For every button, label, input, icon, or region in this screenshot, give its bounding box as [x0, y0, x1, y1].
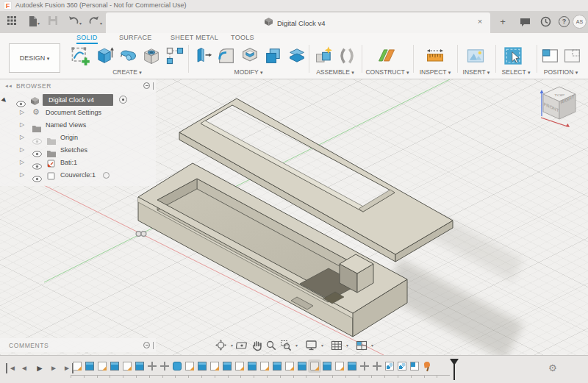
split-body-icon[interactable] [287, 46, 307, 66]
select-tool-icon[interactable] [503, 46, 523, 66]
timeline-playhead[interactable] [450, 359, 460, 381]
timeline-step-back-button[interactable]: ◄ [21, 363, 28, 373]
tab-solid[interactable]: SOLID [76, 34, 98, 44]
timeline-feature-extrude[interactable] [298, 362, 306, 371]
tab-close-icon[interactable]: × [475, 17, 485, 26]
capture-position-icon[interactable] [540, 46, 561, 66]
inspect-group-label[interactable]: INSPECT ▾ [413, 68, 457, 76]
expand-closed-icon[interactable]: ▷ [20, 146, 24, 153]
timeline-feature-extrude[interactable] [273, 362, 282, 371]
timeline-feature-sketch[interactable] [310, 362, 319, 371]
save-icon[interactable] [46, 15, 60, 29]
timeline-track[interactable] [71, 375, 450, 378]
browser-item-couvercle[interactable]: ▷ Couvercle:1 [0, 169, 156, 182]
display-settings-icon[interactable] [305, 340, 318, 351]
revolve-icon[interactable] [118, 46, 138, 66]
timeline-feature-move[interactable] [373, 362, 381, 371]
user-avatar[interactable]: AS [573, 15, 587, 29]
modify-group-label[interactable]: MODIFY ▾ [188, 68, 309, 76]
timeline-feature-extrude[interactable] [248, 362, 257, 371]
timeline-feature-move[interactable] [360, 362, 369, 371]
tab-surface[interactable]: SURFACE [119, 34, 152, 43]
timeline-feature-sketch[interactable] [335, 362, 344, 371]
timeline-feature-sketch[interactable] [98, 362, 107, 371]
timeline-settings-gear-icon[interactable]: ⚙ [548, 362, 557, 373]
zoom-window-caret-icon[interactable]: ▾ [295, 343, 298, 348]
timeline-feature-extrude[interactable] [348, 362, 356, 371]
browser-item-document-settings[interactable]: ▷ ⚙ Document Settings [0, 107, 156, 119]
fillet-icon[interactable] [216, 46, 237, 66]
timeline-play-button[interactable]: ► [35, 363, 44, 373]
document-tab[interactable]: Digital Clock v4 × [106, 12, 490, 33]
viewports-icon[interactable] [356, 340, 368, 351]
timeline-feature-sketch[interactable] [260, 362, 269, 371]
timeline-feature-sketch[interactable] [73, 362, 82, 371]
look-at-icon[interactable] [236, 340, 248, 351]
timeline-step-forward-button[interactable]: ► [50, 363, 57, 373]
construct-plane-icon[interactable] [376, 46, 397, 66]
revert-position-icon[interactable] [562, 46, 583, 66]
select-group-label[interactable]: SELECT ▾ [495, 68, 537, 76]
insert-group-label[interactable]: INSERT ▾ [457, 68, 495, 76]
grid-caret-icon[interactable]: ▾ [346, 343, 348, 348]
panel-resize-grip[interactable] [153, 82, 154, 90]
tab-sheet-metal[interactable]: SHEET METAL [171, 34, 218, 43]
timeline-go-to-start-button[interactable]: ◄ [6, 363, 16, 373]
timeline-feature-extrude[interactable] [110, 362, 119, 371]
origin-marker[interactable] [136, 232, 146, 237]
browser-root-row[interactable]: ▶ Digital Clock v4 [0, 94, 156, 107]
combine-icon[interactable] [263, 46, 284, 66]
browser-root-selected[interactable]: Digital Clock v4 [43, 94, 113, 106]
timeline-feature-extrude[interactable] [223, 362, 232, 371]
browser-item-bati[interactable]: ▷ Bati:1 [0, 157, 156, 169]
browser-header[interactable]: ◄◄ BROWSER [0, 79, 156, 92]
new-tab-button[interactable]: + [497, 16, 509, 27]
app-grid-icon[interactable] [4, 15, 19, 29]
timeline-feature-combine[interactable] [173, 362, 182, 371]
timeline-feature-sketch[interactable] [235, 362, 244, 371]
timeline-feature-extrude[interactable] [323, 362, 331, 371]
job-status-clock-icon[interactable] [538, 16, 553, 29]
hole-icon[interactable] [141, 46, 162, 66]
new-component-icon[interactable] [314, 46, 334, 66]
undo-caret-icon[interactable]: ▾ [79, 21, 82, 26]
comments-bubble-icon[interactable] [517, 17, 532, 30]
design-menu-button[interactable]: DESIGN ▾ [9, 43, 60, 73]
expand-closed-icon[interactable]: ▷ [20, 159, 24, 165]
extrude-icon[interactable] [94, 46, 115, 66]
file-menu-caret-icon[interactable]: ▾ [37, 21, 40, 26]
help-icon[interactable]: ? [559, 16, 570, 27]
redo-caret-icon[interactable]: ▾ [100, 21, 102, 26]
timeline-feature-sketch[interactable] [285, 362, 294, 371]
timeline-feature-sketch[interactable] [210, 362, 219, 371]
timeline-feature-move[interactable] [148, 362, 157, 371]
browser-item-origin[interactable]: ▷ Origin [0, 132, 156, 144]
position-group-label[interactable]: POSITION ▾ [537, 68, 585, 76]
eye-icon[interactable] [32, 172, 42, 185]
panel-minimize-icon[interactable] [143, 82, 150, 89]
viewport-canvas[interactable]: TOP FRONT RIGHT ◄◄ BROWSER ▶ [0, 79, 588, 355]
grid-snap-icon[interactable] [331, 340, 343, 351]
browser-item-named-views[interactable]: ▷ Named Views [0, 119, 156, 132]
create-group-label[interactable]: CREATE ▾ [66, 68, 188, 76]
timeline-feature-joint[interactable] [385, 362, 394, 371]
display-caret-icon[interactable]: ▾ [321, 343, 323, 348]
timeline-feature-sketch[interactable] [185, 362, 194, 371]
joint-icon[interactable] [337, 46, 357, 66]
timeline-feature-extrude[interactable] [85, 362, 94, 371]
press-pull-icon[interactable] [193, 46, 213, 66]
timeline-feature-extrude[interactable] [135, 362, 144, 371]
tab-tools[interactable]: TOOLS [231, 34, 254, 43]
panel-minimize-icon[interactable] [143, 342, 150, 348]
activate-component-radio[interactable] [119, 96, 127, 104]
redo-icon[interactable] [87, 15, 101, 29]
orbit-icon[interactable] [215, 339, 227, 351]
timeline-feature-extrude[interactable] [198, 362, 207, 371]
timeline-feature-joint[interactable] [398, 362, 406, 371]
browser-item-sketches[interactable]: ▷ Sketches [0, 144, 156, 157]
insert-canvas-icon[interactable] [465, 46, 486, 66]
view-cube[interactable]: TOP FRONT RIGHT [535, 82, 584, 131]
orbit-caret-icon[interactable]: ▾ [231, 343, 233, 348]
zoom-icon[interactable] [265, 340, 277, 351]
collapse-panel-icon[interactable]: ◄◄ [4, 84, 12, 88]
